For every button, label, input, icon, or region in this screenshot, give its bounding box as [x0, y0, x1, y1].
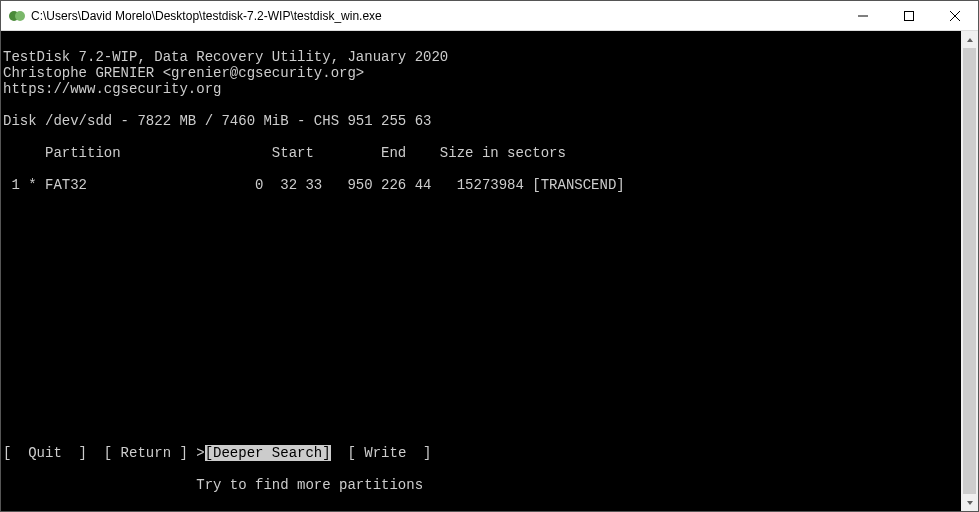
menu-quit[interactable]: [ Quit ] [ Return ] [3, 445, 196, 461]
app-icon [9, 8, 25, 24]
window-title: C:\Users\David Morelo\Desktop\testdisk-7… [31, 9, 840, 23]
svg-marker-6 [967, 38, 973, 42]
scroll-down-button[interactable] [961, 494, 978, 511]
scroll-up-button[interactable] [961, 31, 978, 48]
svg-marker-7 [967, 501, 973, 505]
app-header-line1: TestDisk 7.2-WIP, Data Recovery Utility,… [3, 49, 448, 65]
maximize-button[interactable] [886, 1, 932, 30]
disk-info-line: Disk /dev/sdd - 7822 MB / 7460 MiB - CHS… [3, 113, 431, 129]
close-button[interactable] [932, 1, 978, 30]
scrollbar-thumb[interactable] [963, 48, 976, 494]
titlebar: C:\Users\David Morelo\Desktop\testdisk-7… [1, 1, 978, 31]
scrollbar-track[interactable] [961, 48, 978, 494]
partition-row: 1 * FAT32 0 32 33 950 226 44 15273984 [T… [3, 177, 625, 193]
window-controls [840, 1, 978, 30]
terminal-output: TestDisk 7.2-WIP, Data Recovery Utility,… [1, 31, 961, 511]
app-header-line3: https://www.cgsecurity.org [3, 81, 221, 97]
menu-cursor: > [196, 445, 204, 461]
svg-rect-3 [905, 11, 914, 20]
scrollbar[interactable] [961, 31, 978, 511]
menu-write[interactable]: [ Write ] [331, 445, 432, 461]
menu-hint: Try to find more partitions [3, 477, 961, 493]
menu-deeper-search[interactable]: [Deeper Search] [205, 445, 331, 461]
partition-table-header: Partition Start End Size in sectors [3, 145, 566, 161]
svg-point-1 [15, 11, 25, 21]
minimize-button[interactable] [840, 1, 886, 30]
app-header-line2: Christophe GRENIER <grenier@cgsecurity.o… [3, 65, 364, 81]
